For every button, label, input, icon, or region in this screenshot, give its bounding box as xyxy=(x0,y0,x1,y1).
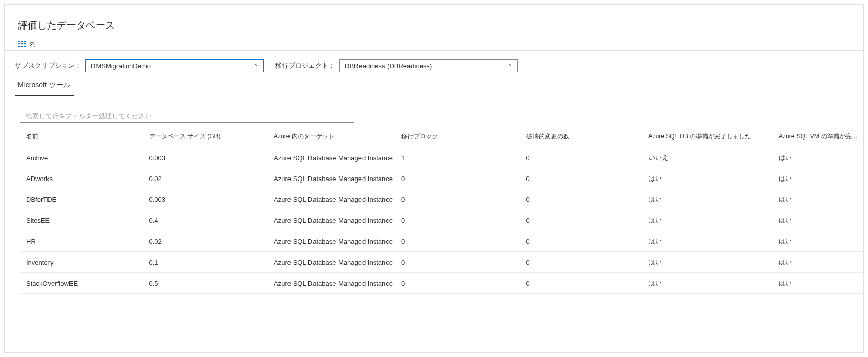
cell-vm_ready: はい xyxy=(775,147,863,168)
cell-name: ADworks xyxy=(20,168,145,189)
cell-db_ready: はい xyxy=(644,210,775,231)
cell-breaking: 0 xyxy=(522,147,644,168)
col-header-db-ready[interactable]: Azure SQL DB の準備が完了しました xyxy=(644,126,775,147)
cell-vm_ready: はい xyxy=(775,273,863,294)
cell-breaking: 0 xyxy=(522,210,644,231)
search-input[interactable] xyxy=(20,109,354,123)
svg-rect-8 xyxy=(24,46,26,47)
cell-block: 0 xyxy=(397,189,522,210)
cell-block: 0 xyxy=(397,210,522,231)
cell-target: Azure SQL Database Managed Instance xyxy=(270,252,397,273)
cell-vm_ready: はい xyxy=(775,168,863,189)
col-header-block[interactable]: 移行ブロック xyxy=(397,126,522,147)
cell-db_ready: はい xyxy=(644,168,775,189)
cell-breaking: 0 xyxy=(522,168,644,189)
cell-name: StackOverflowEE xyxy=(20,273,145,294)
cell-target: Azure SQL Database Managed Instance xyxy=(270,231,397,252)
svg-rect-4 xyxy=(21,43,23,44)
cell-db_ready: はい xyxy=(644,252,775,273)
cell-size: 0.1 xyxy=(145,252,270,273)
page-title: 評価したデータベース xyxy=(18,19,855,32)
title-section: 評価したデータベース xyxy=(5,5,863,37)
cell-name: Inventory xyxy=(20,252,145,273)
cell-vm_ready: はい xyxy=(775,252,863,273)
cell-block: 0 xyxy=(397,168,522,189)
cell-breaking: 0 xyxy=(522,231,644,252)
subscription-filter: サブスクリプション： DMSMigrationDemo xyxy=(15,59,264,72)
subscription-dropdown[interactable]: DMSMigrationDemo xyxy=(85,59,264,72)
columns-button-label[interactable]: 列 xyxy=(29,39,36,48)
cell-target: Azure SQL Database Managed Instance xyxy=(270,189,397,210)
project-filter: 移行プロジェクト： DBReadiness (DBReadiness) xyxy=(275,59,518,72)
svg-rect-7 xyxy=(21,46,23,47)
table-header-row: 名前 データベース サイズ (GB) Azure 内のターゲット 移行ブロック … xyxy=(20,126,863,147)
project-dropdown-value: DBReadiness (DBReadiness) xyxy=(345,62,432,70)
col-header-vm-ready[interactable]: Azure SQL VM の準備が完了しました xyxy=(775,126,863,147)
cell-vm_ready: はい xyxy=(775,231,863,252)
col-header-name[interactable]: 名前 xyxy=(20,126,145,147)
subscription-dropdown-value: DMSMigrationDemo xyxy=(91,62,151,70)
cell-size: 0.5 xyxy=(145,273,270,294)
cell-size: 0.4 xyxy=(145,210,270,231)
databases-table: 名前 データベース サイズ (GB) Azure 内のターゲット 移行ブロック … xyxy=(20,126,863,294)
table-row[interactable]: Inventory0.1Azure SQL Database Managed I… xyxy=(20,252,863,273)
cell-target: Azure SQL Database Managed Instance xyxy=(270,147,397,168)
col-header-target[interactable]: Azure 内のターゲット xyxy=(270,126,397,147)
table-row[interactable]: StackOverflowEE0.5Azure SQL Database Man… xyxy=(20,273,863,294)
cell-vm_ready: はい xyxy=(775,189,863,210)
cell-db_ready: はい xyxy=(644,189,775,210)
toolbar: 列 xyxy=(5,37,863,51)
cell-size: 0.003 xyxy=(145,147,270,168)
cell-vm_ready: はい xyxy=(775,210,863,231)
cell-breaking: 0 xyxy=(522,252,644,273)
subscription-label: サブスクリプション： xyxy=(15,61,81,70)
svg-rect-5 xyxy=(24,43,26,44)
cell-db_ready: はい xyxy=(644,231,775,252)
svg-rect-3 xyxy=(18,43,20,44)
cell-size: 0.003 xyxy=(145,189,270,210)
svg-rect-2 xyxy=(24,41,26,42)
cell-db_ready: いいえ xyxy=(644,147,775,168)
cell-target: Azure SQL Database Managed Instance xyxy=(270,273,397,294)
table-row[interactable]: Archive0.003Azure SQL Database Managed I… xyxy=(20,147,863,168)
svg-rect-1 xyxy=(21,41,23,42)
table-container: 名前 データベース サイズ (GB) Azure 内のターゲット 移行ブロック … xyxy=(5,96,863,294)
svg-rect-0 xyxy=(18,41,20,42)
chevron-down-icon xyxy=(254,62,260,70)
cell-block: 1 xyxy=(397,147,522,168)
cell-breaking: 0 xyxy=(522,189,644,210)
project-label: 移行プロジェクト： xyxy=(275,61,335,70)
cell-target: Azure SQL Database Managed Instance xyxy=(270,210,397,231)
svg-rect-6 xyxy=(18,46,20,47)
columns-icon[interactable] xyxy=(18,40,26,48)
cell-db_ready: はい xyxy=(644,273,775,294)
table-row[interactable]: ADworks0.02Azure SQL Database Managed In… xyxy=(20,168,863,189)
cell-breaking: 0 xyxy=(522,273,644,294)
cell-target: Azure SQL Database Managed Instance xyxy=(270,168,397,189)
cell-block: 0 xyxy=(397,273,522,294)
cell-block: 0 xyxy=(397,231,522,252)
table-row[interactable]: HR0.02Azure SQL Database Managed Instanc… xyxy=(20,231,863,252)
table-row[interactable]: SitesEE0.4Azure SQL Database Managed Ins… xyxy=(20,210,863,231)
col-header-breaking[interactable]: 破壊的変更の数 xyxy=(522,126,644,147)
cell-name: Archive xyxy=(20,147,145,168)
cell-size: 0.02 xyxy=(145,231,270,252)
cell-name: HR xyxy=(20,231,145,252)
assessed-databases-panel: 評価したデータベース 列 サブスクリプション： DMSMigrationDemo xyxy=(4,4,864,353)
chevron-down-icon xyxy=(508,62,514,70)
cell-block: 0 xyxy=(397,252,522,273)
filters-row: サブスクリプション： DMSMigrationDemo 移行プロジェクト： DB… xyxy=(5,51,863,73)
tabs: Microsoft ツール xyxy=(5,73,863,96)
cell-name: DBforTDE xyxy=(20,189,145,210)
cell-name: SitesEE xyxy=(20,210,145,231)
project-dropdown[interactable]: DBReadiness (DBReadiness) xyxy=(339,59,518,72)
col-header-size[interactable]: データベース サイズ (GB) xyxy=(145,126,270,147)
table-row[interactable]: DBforTDE0.003Azure SQL Database Managed … xyxy=(20,189,863,210)
cell-size: 0.02 xyxy=(145,168,270,189)
tab-microsoft-tools[interactable]: Microsoft ツール xyxy=(15,76,74,96)
